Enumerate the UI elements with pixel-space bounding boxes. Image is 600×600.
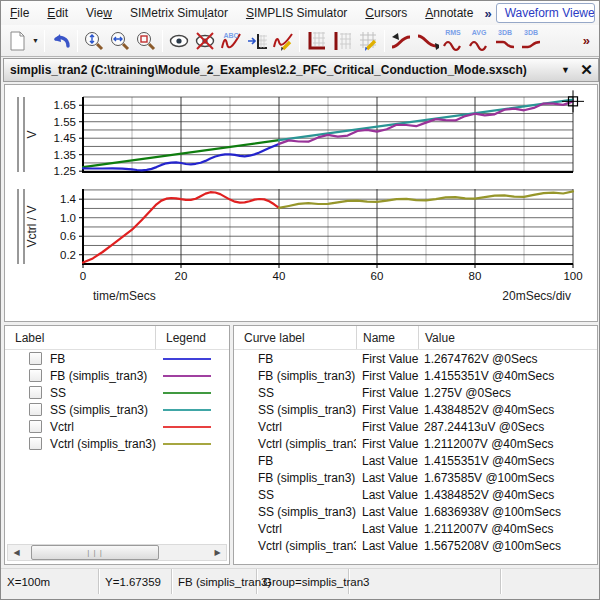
add-y-axis-button[interactable] — [329, 28, 355, 54]
curve-checkbox[interactable] — [29, 386, 42, 399]
highpass-button[interactable]: 3DB — [518, 28, 544, 54]
curve-value-row[interactable]: FBFirst Value1.2674762V @0Secs — [234, 350, 597, 367]
curve-value-row[interactable]: Vctrl (simplis_tran3)First Value1.211200… — [234, 435, 597, 452]
value-cell-name: First Value — [356, 369, 418, 383]
edit-grid-button[interactable] — [355, 28, 381, 54]
move-curve-down-button[interactable] — [414, 28, 440, 54]
waveform-plot[interactable]: 1.251.351.451.551.65V0.20.61.01.40204060… — [5, 85, 597, 287]
value-cell-name: Last Value — [356, 471, 418, 485]
legend-line-swatch — [163, 390, 211, 396]
curve-checkbox[interactable] — [29, 403, 42, 416]
toolbar-overflow-chevron[interactable]: » — [583, 33, 590, 48]
value-cell-value: 1.4384852V @40mSecs — [418, 488, 597, 502]
curve-value-row[interactable]: VctrlFirst Value287.24413uV @0Secs — [234, 418, 597, 435]
graph-window-titlebar[interactable]: simplis_tran2 (C:\training\Module_2_Exam… — [3, 58, 599, 82]
zoom-box-button[interactable] — [133, 28, 159, 54]
menu-item-cursors[interactable]: Cursors — [356, 2, 416, 24]
value-cell-name: Last Value — [356, 522, 418, 536]
plot-area[interactable]: 1.251.351.451.551.65V0.20.61.01.40204060… — [4, 84, 598, 322]
legend-row[interactable]: FB — [5, 350, 229, 367]
show-curve-button[interactable] — [166, 28, 192, 54]
legend-panel: Label Legend FBFB (simplis_tran3)SSSS (s… — [4, 325, 230, 565]
values-header-curve-label: Curve label — [234, 326, 356, 349]
curve-value-row[interactable]: SS (simplis_tran3)First Value1.4384852V … — [234, 401, 597, 418]
curve-value-row[interactable]: FB (simplis_tran3)Last Value1.673585V @1… — [234, 469, 597, 486]
add-axis-button[interactable] — [244, 28, 270, 54]
curve-value-row[interactable]: SSFirst Value1.275V @0Secs — [234, 384, 597, 401]
zoom-x-button[interactable] — [107, 28, 133, 54]
viewer-mode-combobox[interactable]: Waveform Viewer ▼ — [496, 3, 595, 23]
legend-header-legend: Legend — [155, 326, 229, 349]
scrollbar-thumb[interactable]: | | | — [31, 545, 159, 560]
scroll-right-icon[interactable]: ▶ — [209, 545, 226, 560]
curve-checkbox[interactable] — [29, 352, 42, 365]
legend-header-label: Label — [5, 326, 155, 349]
hide-curve-button[interactable] — [192, 28, 218, 54]
y-tick-label: 0.2 — [60, 249, 76, 261]
status-curve-name: FB (simplis_tran3) — [172, 569, 257, 594]
toolbar-separator — [299, 30, 300, 52]
scroll-left-icon[interactable]: ◀ — [8, 545, 25, 560]
legend-row[interactable]: FB (simplis_tran3) — [5, 367, 229, 384]
zoom-y-button[interactable] — [81, 28, 107, 54]
toolbar-separator — [384, 30, 385, 52]
value-cell-name: Last Value — [356, 454, 418, 468]
menu-item-simetrix-simulator[interactable]: SIMetrix Simulator — [121, 2, 237, 24]
curve-up-icon — [389, 30, 413, 52]
curve-value-row[interactable]: VctrlLast Value1.2112007V @40mSecs — [234, 520, 597, 537]
curve-value-row[interactable]: FB (simplis_tran3)First Value1.4155351V … — [234, 367, 597, 384]
value-cell-name: First Value — [356, 437, 418, 451]
move-curve-up-button[interactable] — [388, 28, 414, 54]
new-file-icon — [7, 30, 27, 52]
curve-checkbox[interactable] — [29, 420, 42, 433]
menu-item-annotate[interactable]: Annotate — [416, 2, 482, 24]
curve-label-button[interactable]: ABC — [218, 28, 244, 54]
status-x-readout: X=100m — [1, 569, 99, 594]
curve-value-row[interactable]: SS (simplis_tran3)Last Value1.6836938V @… — [234, 503, 597, 520]
lowpass-button[interactable]: 3DB — [492, 28, 518, 54]
y-axis-title: V — [25, 130, 39, 138]
legend-row[interactable]: SS — [5, 384, 229, 401]
add-grid-icon — [305, 30, 327, 52]
curve-value-row[interactable]: FBLast Value1.4155351V @40mSecs — [234, 452, 597, 469]
curve-checkbox[interactable] — [29, 369, 42, 382]
legend-row[interactable]: Vctrl — [5, 418, 229, 435]
db-high-icon-label: 3DB — [518, 29, 544, 36]
avg-icon-label: AVG — [466, 29, 492, 36]
value-cell-name: First Value — [356, 352, 418, 366]
legend-row[interactable]: SS (simplis_tran3) — [5, 401, 229, 418]
value-cell-value: 1.2112007V @40mSecs — [418, 437, 597, 451]
menu-bar: FileEditViewSIMetrix SimulatorSIMPLIS Si… — [1, 1, 599, 25]
y-tick-label: 1.0 — [60, 212, 76, 224]
x-tick-label: 100 — [563, 270, 582, 282]
legend-horizontal-scrollbar[interactable]: ◀ | | | ▶ — [7, 544, 227, 561]
values-header-value: Value — [418, 326, 597, 349]
curve-checkbox[interactable] — [29, 437, 42, 450]
graph-minimize-button[interactable]: ▼ — [556, 61, 575, 80]
viewer-mode-value: Waveform Viewer — [497, 6, 595, 20]
menu-item-view[interactable]: View — [77, 2, 121, 24]
curve-label: Vctrl — [50, 420, 74, 434]
avg-button[interactable]: AVG — [466, 28, 492, 54]
menu-item-edit[interactable]: Edit — [38, 2, 77, 24]
menu-item-file[interactable]: File — [1, 2, 38, 24]
edit-curve-button[interactable] — [270, 28, 296, 54]
add-y-axis-icon — [331, 30, 353, 52]
new-graph-dropdown-icon[interactable]: ▼ — [30, 28, 41, 54]
curve-value-row[interactable]: Vctrl (simplis_tran3)Last Value1.5675208… — [234, 537, 597, 554]
x-axis-division-label: 20mSecs/div — [502, 289, 571, 303]
app-window: FileEditViewSIMetrix SimulatorSIMPLIS Si… — [0, 0, 600, 600]
new-graph-button[interactable] — [4, 28, 30, 54]
menu-overflow-chevron[interactable]: » — [484, 6, 491, 21]
graph-close-button[interactable]: ✕ — [577, 61, 596, 80]
legend-row[interactable]: Vctrl (simplis_tran3) — [5, 435, 229, 452]
undo-button[interactable] — [48, 28, 74, 54]
legend-panel-header: Label Legend — [5, 326, 229, 350]
curve-label: SS (simplis_tran3) — [50, 403, 148, 417]
add-grid-button[interactable] — [303, 28, 329, 54]
rms-button[interactable]: RMS — [440, 28, 466, 54]
value-cell-name: First Value — [356, 420, 418, 434]
curve-value-row[interactable]: SSLast Value1.4384852V @40mSecs — [234, 486, 597, 503]
menu-item-simplis-simulator[interactable]: SIMPLIS Simulator — [237, 2, 356, 24]
x-tick-label: 20 — [175, 270, 188, 282]
